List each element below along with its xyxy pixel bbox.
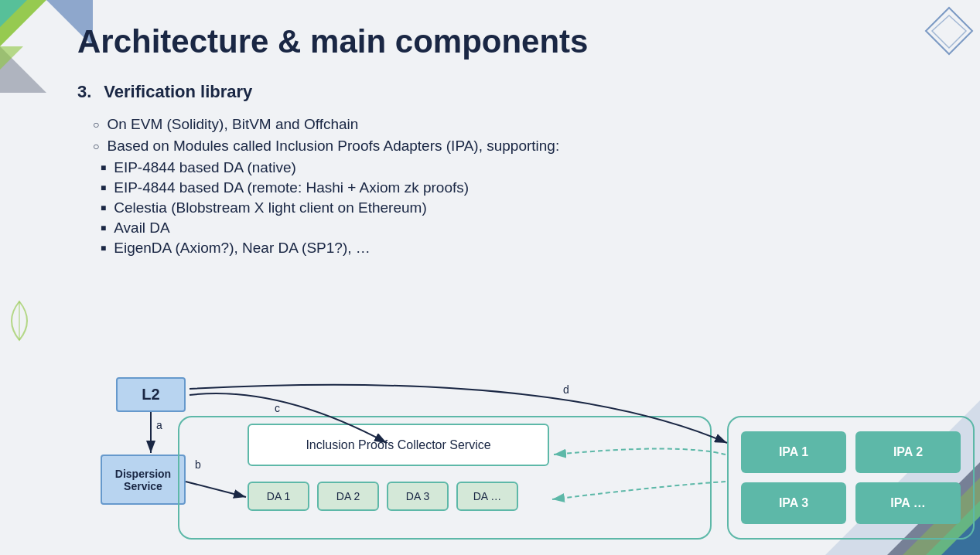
ipa-box-4: IPA … (855, 482, 961, 524)
ipa-box-2: IPA 2 (855, 431, 961, 473)
arrow-a-label: a (156, 419, 162, 431)
diagram-area: L2 a DispersionService b c d Inclusion P… (77, 369, 903, 532)
svg-marker-3 (0, 46, 46, 93)
da-box-3: DA 3 (387, 482, 449, 511)
svg-marker-5 (926, 8, 972, 54)
svg-marker-1 (0, 0, 27, 27)
ipa-outer-container: IPA 1 IPA 2 IPA 3 IPA … (727, 416, 975, 540)
section-title: Verification library (104, 82, 252, 102)
bullet-2: Based on Modules called Inclusion Proofs… (93, 138, 903, 155)
svg-marker-0 (0, 0, 46, 46)
ipa-box-3: IPA 3 (741, 482, 846, 524)
arrow-d-label: d (563, 383, 569, 396)
deco-top-right (918, 0, 980, 155)
da-box-1: DA 1 (248, 482, 309, 511)
sub-bullet-3: Celestia (Blobstream X light client on E… (101, 199, 903, 216)
dispersion-box: DispersionService (101, 455, 186, 505)
sub-bullet-5: EigenDA (Axiom?), Near DA (SP1?), … (101, 240, 903, 257)
sub-bullet-2: EIP-4844 based DA (remote: Hashi + Axiom… (101, 179, 903, 196)
arrow-c-label: c (275, 402, 280, 414)
da-box-4: DA … (456, 482, 518, 511)
l2-box: L2 (116, 377, 186, 412)
section-3: 3. Verification library On EVM (Solidity… (77, 82, 903, 257)
ipa-box-1: IPA 1 (741, 431, 846, 473)
page-title: Architecture & main components (77, 23, 903, 60)
svg-marker-4 (0, 46, 23, 70)
sub-bullet-1: EIP-4844 based DA (native) (101, 159, 903, 176)
deco-left-mid (0, 294, 39, 386)
bullet-list: On EVM (Solidity), BitVM and Offchain Ba… (77, 116, 903, 155)
main-content: Architecture & main components 3. Verifi… (77, 23, 903, 540)
sub-bullet-4: Avail DA (101, 220, 903, 237)
ipcs-box: Inclusion Proofs Collector Service (248, 424, 549, 466)
da-box-2: DA 2 (317, 482, 379, 511)
bullet-1: On EVM (Solidity), BitVM and Offchain (93, 116, 903, 133)
da-row: DA 1 DA 2 DA 3 DA … (248, 482, 518, 511)
section-number: 3. (77, 82, 91, 102)
svg-marker-6 (932, 15, 966, 48)
sub-list: EIP-4844 based DA (native) EIP-4844 base… (77, 159, 903, 257)
